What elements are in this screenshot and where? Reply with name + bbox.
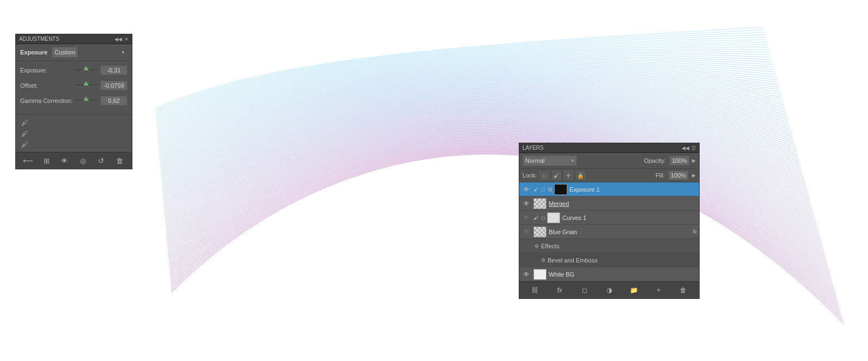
- offset-row-label: Offset:: [20, 82, 75, 89]
- layer-icons-curves1: 🖌 ◻: [532, 215, 546, 221]
- adjustments-panel: ADJUSTMENTS ◀◀ ✕ Exposure Custom ▼ Expos…: [15, 34, 132, 169]
- adj-visibility-btn[interactable]: 👁: [59, 155, 71, 167]
- blend-mode-select[interactable]: Normal: [523, 155, 577, 166]
- layer-vis-merged[interactable]: 👁: [521, 199, 531, 209]
- gamma-value-input[interactable]: [100, 96, 128, 106]
- adj-new-layer-btn[interactable]: ⊞: [40, 155, 52, 167]
- eyedropper-black[interactable]: 🖋: [20, 118, 128, 127]
- layer-name-whitebg: White BG: [549, 271, 697, 278]
- exposure-row-label: Exposure:: [20, 67, 75, 74]
- layer-thumb-curves1: [547, 212, 560, 223]
- eyedropper-white-icon: 🖋: [20, 140, 29, 149]
- layers-title: LAYERS: [523, 145, 544, 151]
- fill-input[interactable]: [668, 170, 689, 180]
- layer-row-bevelemboss[interactable]: ⚙ Bevel and Emboss: [519, 253, 699, 267]
- layer-row-effects[interactable]: ⚙ Effects: [519, 239, 699, 253]
- offset-slider-col: [75, 84, 97, 87]
- eyedropper-white[interactable]: 🖋: [20, 140, 128, 149]
- chain-icon-exposure1: ⛓: [547, 186, 553, 193]
- new-adj-btn[interactable]: ◑: [603, 284, 615, 296]
- add-style-btn[interactable]: fx: [554, 284, 566, 296]
- exposure-slider-col: [75, 69, 97, 71]
- offset-slider-track[interactable]: [75, 84, 97, 85]
- layer-vis-curves1[interactable]: 👁: [521, 213, 531, 223]
- eyedropper-gray-icon: 🖋: [20, 129, 29, 138]
- lock-transparent-btn[interactable]: □: [540, 171, 549, 180]
- mask-icon-curves1: ◻: [539, 215, 546, 221]
- gamma-slider-thumb[interactable]: [83, 96, 89, 101]
- layer-thumb-bluegrain: [533, 227, 547, 237]
- exposure-row: Exposure:: [20, 65, 128, 75]
- exposure-slider-thumb[interactable]: [83, 66, 89, 70]
- titlebar-icons: ◀◀ ✕: [114, 36, 129, 42]
- bevel-sub-icon: ⚙: [540, 257, 547, 264]
- gamma-row: Gamma Correction:: [20, 96, 128, 106]
- new-layer-btn[interactable]: +: [653, 284, 665, 296]
- exposure-slider-track[interactable]: [75, 69, 97, 70]
- layer-row-curves1[interactable]: 👁 🖌 ◻ Curves 1: [519, 211, 699, 225]
- exposure-label: Exposure: [20, 49, 47, 56]
- layer-thumb-whitebg: [533, 269, 547, 280]
- fx-sub-icon: ⚙: [533, 243, 540, 249]
- layers-controls: Normal ▼ Opacity: ▶: [519, 153, 699, 169]
- layer-row-merged[interactable]: 👁 Merged: [519, 197, 699, 211]
- eyedropper-gray[interactable]: 🖋: [20, 129, 128, 138]
- layer-name-bevelemboss: Bevel and Emboss: [548, 257, 697, 264]
- layer-row-bluegrain[interactable]: 👁 Blue Grain fx: [519, 225, 699, 239]
- collapse-icon[interactable]: ◀◀: [114, 36, 122, 42]
- adj-delete-btn[interactable]: 🗑: [113, 155, 125, 167]
- layers-menu-icon[interactable]: ☰: [691, 145, 696, 151]
- layer-icons-exposure1: 🖌 ◻ ⛓: [532, 186, 553, 193]
- lock-all-btn[interactable]: 🔒: [576, 171, 585, 180]
- layers-titlebar: LAYERS ◀◀ ☰: [519, 143, 699, 153]
- adj-footer: ⟵ ⊞ 👁 ◎ ↺ 🗑: [16, 152, 132, 169]
- opacity-arrow[interactable]: ▶: [692, 158, 696, 163]
- adjustments-title: ADJUSTMENTS: [19, 36, 59, 42]
- layer-row-exposure1[interactable]: 👁 🖌 ◻ ⛓ Exposure 1: [519, 182, 699, 197]
- layer-icons-effects: ⚙: [533, 243, 540, 249]
- gamma-slider-col: [75, 100, 97, 102]
- opacity-input[interactable]: [669, 156, 690, 166]
- adj-prev-btn[interactable]: ⟵: [22, 155, 34, 167]
- add-mask-btn[interactable]: ◻: [579, 284, 591, 296]
- layers-collapse-icon[interactable]: ◀◀: [682, 145, 689, 151]
- layers-titlebar-icons: ◀◀ ☰: [682, 145, 696, 151]
- exposure-value-input[interactable]: [100, 65, 128, 75]
- layer-vis-bluegrain[interactable]: 👁: [521, 227, 531, 237]
- delete-layer-btn[interactable]: 🗑: [677, 284, 689, 296]
- preset-select-wrapper: Custom ▼: [52, 47, 128, 58]
- adj-header: Exposure Custom ▼: [16, 44, 132, 61]
- layer-vis-whitebg[interactable]: 👁: [521, 270, 531, 279]
- offset-slider-thumb[interactable]: [83, 81, 89, 85]
- eyedropper-black-icon: 🖋: [20, 118, 29, 127]
- brush-icon-curves1: 🖌: [532, 215, 539, 221]
- offset-value-input[interactable]: [100, 81, 128, 90]
- layer-vis-exposure1[interactable]: 👁: [521, 185, 531, 194]
- lock-position-btn[interactable]: ✛: [564, 171, 573, 180]
- blend-mode-wrapper: Normal ▼: [523, 155, 577, 166]
- layer-name-merged: Merged: [549, 200, 697, 207]
- fill-label: Fill:: [655, 172, 665, 179]
- close-icon[interactable]: ✕: [124, 36, 129, 42]
- layer-thumb-exposure1: [554, 184, 567, 195]
- preset-select[interactable]: Custom: [52, 47, 78, 58]
- layers-list: 👁 🖌 ◻ ⛓ Exposure 1 👁 Merged 👁 🖌 ◻ Cur: [519, 182, 699, 282]
- new-group-btn[interactable]: 📁: [628, 284, 640, 296]
- lock-label: Lock:: [523, 172, 537, 179]
- adj-body: Exposure: Offset: Gamma Correction:: [16, 61, 132, 114]
- layer-row-whitebg[interactable]: 👁 White BG: [519, 267, 699, 282]
- gamma-slider-track[interactable]: [75, 100, 97, 101]
- lock-pixels-btn[interactable]: 🖌: [552, 171, 561, 180]
- link-layers-btn[interactable]: ⛓: [529, 284, 541, 296]
- offset-row: Offset:: [20, 81, 128, 90]
- eyedroppers-section: 🖋 🖋 🖋: [16, 114, 132, 152]
- fill-arrow[interactable]: ▶: [692, 173, 696, 178]
- adjustments-titlebar: ADJUSTMENTS ◀◀ ✕: [16, 34, 132, 44]
- mask-icon-exposure1: ◻: [539, 186, 546, 193]
- layer-thumb-merged: [533, 198, 547, 209]
- adj-rotate-btn[interactable]: ↺: [95, 155, 107, 167]
- brush-icon-exposure1: 🖌: [532, 186, 539, 193]
- adj-eye-btn[interactable]: ◎: [77, 155, 89, 167]
- layers-lock-row: Lock: □ 🖌 ✛ 🔒 Fill: ▶: [519, 169, 699, 182]
- layer-name-curves1: Curves 1: [562, 215, 697, 221]
